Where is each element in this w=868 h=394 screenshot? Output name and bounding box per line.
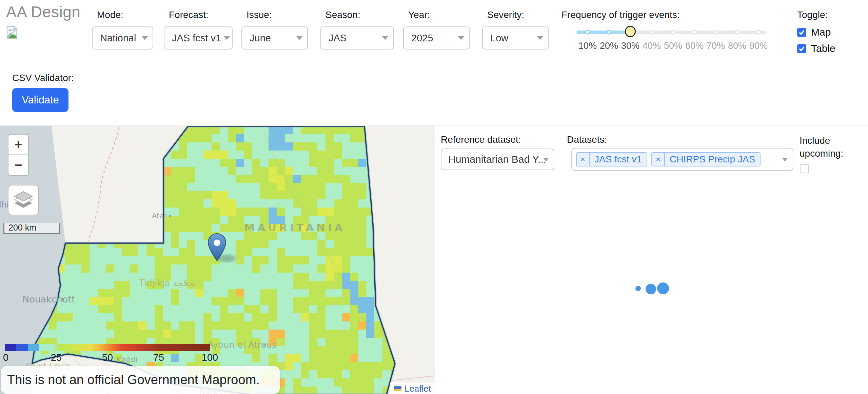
raster-cell (309, 330, 317, 338)
raster-cell (212, 167, 220, 175)
raster-cell (171, 208, 179, 216)
raster-cell (203, 264, 212, 273)
raster-cell (57, 321, 65, 330)
raster-cell (187, 289, 195, 297)
raster-cell (244, 175, 252, 183)
raster-cell (350, 370, 358, 378)
raster-cell (309, 240, 317, 248)
raster-cell (114, 273, 122, 281)
slider-mark[interactable] (735, 30, 739, 35)
raster-cell (301, 199, 309, 208)
leaflet-link[interactable]: Leaflet (405, 383, 431, 394)
raster-cell (236, 151, 244, 159)
slider-handle[interactable] (625, 26, 636, 37)
raster-cell (350, 224, 358, 232)
raster-cell (326, 362, 334, 370)
chip-remove-icon[interactable]: × (577, 153, 590, 166)
validate-button[interactable]: Validate (12, 88, 68, 112)
raster-cell (285, 159, 293, 167)
raster-cell (212, 321, 220, 330)
raster-cell (220, 297, 228, 305)
layers-control[interactable] (8, 185, 39, 215)
raster-cell (220, 321, 228, 330)
dataset-chip[interactable]: ×CHIRPS Precip JAS (651, 152, 761, 166)
raster-cell (163, 248, 171, 256)
raster-cell (293, 142, 301, 151)
slider-mark[interactable] (585, 30, 590, 35)
raster-cell (81, 273, 90, 281)
mode-select[interactable]: National (92, 26, 153, 50)
raster-cell (195, 281, 203, 289)
raster-cell (309, 248, 317, 256)
raster-cell (179, 321, 187, 330)
raster-cell (317, 248, 326, 256)
reference-dataset-select[interactable]: Humanitarian Bad Y... (441, 149, 554, 170)
frequency-slider[interactable]: 10%20%30%40%50%60%70%80%90% (576, 22, 768, 56)
raster-cell (212, 330, 220, 338)
raster-cell (114, 313, 122, 321)
include-upcoming-checkbox[interactable] (800, 164, 809, 173)
season-control: Season: JAS (320, 9, 394, 50)
raster-cell (277, 256, 285, 264)
datasets-multiselect[interactable]: ×JAS fcst v1×CHIRPS Precip JAS (571, 148, 793, 171)
raster-cell (195, 313, 203, 321)
raster-cell (334, 346, 342, 354)
issue-select[interactable]: June (241, 26, 308, 50)
table-checkbox[interactable] (797, 44, 806, 53)
slider-tick-label: 80% (725, 41, 749, 51)
raster-cell (130, 264, 138, 273)
slider-mark[interactable] (671, 30, 675, 35)
raster-cell (342, 151, 350, 159)
raster-cell (269, 256, 277, 264)
mode-value: National (100, 33, 136, 44)
raster-cell (171, 313, 179, 321)
raster-cell (138, 313, 146, 321)
season-select[interactable]: JAS (320, 26, 394, 50)
raster-cell (179, 289, 187, 297)
legend-tick-label: 100 (196, 352, 223, 363)
raster-cell (236, 330, 244, 338)
raster-cell (366, 289, 374, 297)
raster-cell (171, 264, 179, 273)
raster-cell (73, 313, 81, 321)
slider-mark[interactable] (649, 30, 654, 35)
dataset-chip[interactable]: ×JAS fcst v1 (576, 152, 647, 166)
raster-cell (301, 175, 309, 183)
chevron-down-icon (224, 36, 230, 40)
raster-cell (350, 330, 358, 338)
slider-mark[interactable] (692, 30, 697, 35)
raster-cell (65, 321, 73, 330)
raster-cell (326, 289, 334, 297)
map-panel[interactable]: MAURITANIA NouâdhibouAtarTidjikja تجكجةN… (0, 125, 435, 394)
season-label: Season: (320, 9, 394, 20)
raster-cell (195, 289, 203, 297)
slider-mark[interactable] (756, 30, 761, 35)
raster-cell (334, 387, 342, 394)
raster-cell (212, 264, 220, 273)
slider-mark[interactable] (607, 30, 611, 35)
forecast-select[interactable]: JAS fcst v1 (164, 26, 233, 50)
city-label: Atar (152, 212, 167, 220)
raster-cell (260, 289, 269, 297)
chip-remove-icon[interactable]: × (652, 153, 665, 166)
raster-cell (326, 183, 334, 191)
map-checkbox[interactable] (797, 28, 806, 37)
header: AA Design Mode: National Forecast: JAS f… (0, 0, 868, 125)
zoom-in-button[interactable]: + (8, 135, 28, 155)
slider-mark[interactable] (713, 30, 718, 35)
raster-cell (269, 305, 277, 313)
raster-cell (260, 208, 269, 216)
raster-cell (358, 297, 366, 305)
raster-cell (155, 305, 163, 313)
city-label: Ayoun el Atrous (208, 340, 277, 350)
raster-cell (187, 224, 195, 232)
raster-cell (220, 167, 228, 175)
year-select[interactable]: 2025 (403, 26, 470, 50)
zoom-out-button[interactable]: − (8, 155, 28, 175)
legend-tick-label: 50 (94, 352, 121, 363)
severity-select[interactable]: Low (482, 26, 549, 50)
raster-cell (374, 338, 382, 346)
raster-cell (317, 191, 326, 199)
raster-cell (187, 330, 195, 338)
raster-cell (90, 305, 98, 313)
